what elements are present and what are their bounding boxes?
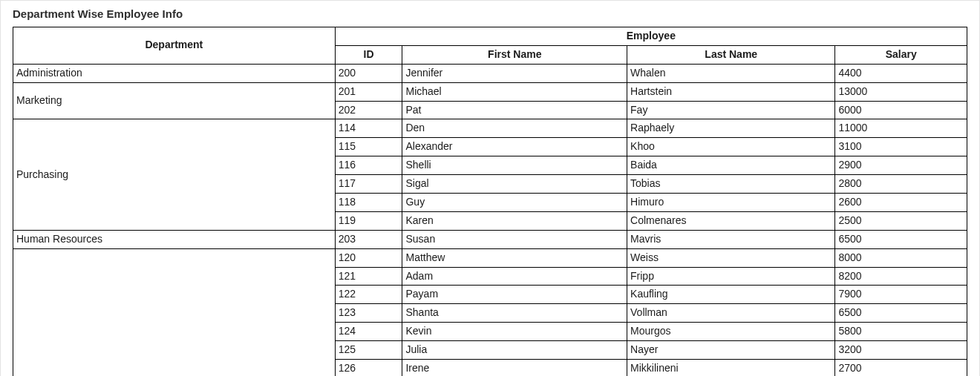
cell-first-name: Shelli [402,156,627,175]
cell-id: 116 [335,156,402,175]
cell-first-name: Jennifer [402,64,627,82]
cell-department: Human Resources [13,230,336,248]
cell-salary: 6500 [835,230,967,248]
cell-department [13,248,336,376]
col-header-first-name: First Name [402,45,627,64]
cell-first-name: Matthew [402,248,627,267]
cell-department: Administration [13,64,336,82]
cell-id: 123 [335,304,402,323]
cell-department: Purchasing [13,119,336,230]
cell-id: 124 [335,323,402,341]
table-row: Human Resources203SusanMavris6500 [13,230,967,248]
cell-salary: 13000 [835,82,967,101]
report-region: Department Wise Employee Info Department… [0,0,980,376]
cell-last-name: Fripp [627,267,835,286]
cell-id: 125 [335,341,402,360]
table-row: 120MatthewWeiss8000 [13,248,967,267]
cell-last-name: Himuro [627,194,835,212]
cell-last-name: Hartstein [627,82,835,101]
cell-first-name: Julia [402,341,627,360]
cell-id: 118 [335,194,402,212]
col-header-salary: Salary [835,45,967,64]
cell-salary: 4400 [835,64,967,82]
cell-first-name: Alexander [402,138,627,156]
cell-id: 114 [335,119,402,138]
cell-last-name: Whalen [627,64,835,82]
cell-id: 203 [335,230,402,248]
cell-last-name: Weiss [627,248,835,267]
cell-id: 117 [335,175,402,194]
cell-salary: 2700 [835,360,967,376]
cell-salary: 7900 [835,286,967,304]
cell-id: 120 [335,248,402,267]
cell-last-name: Tobias [627,175,835,194]
cell-department: Marketing [13,82,336,119]
cell-salary: 3100 [835,138,967,156]
cell-id: 202 [335,101,402,119]
cell-salary: 2900 [835,156,967,175]
cell-last-name: Nayer [627,341,835,360]
cell-first-name: Karen [402,211,627,230]
cell-first-name: Payam [402,286,627,304]
cell-id: 121 [335,267,402,286]
cell-first-name: Michael [402,82,627,101]
cell-first-name: Kevin [402,323,627,341]
cell-salary: 6000 [835,101,967,119]
col-header-department: Department [13,27,336,65]
cell-first-name: Adam [402,267,627,286]
cell-salary: 2800 [835,175,967,194]
table-row: Marketing201MichaelHartstein13000 [13,82,967,101]
cell-id: 126 [335,360,402,376]
cell-last-name: Mourgos [627,323,835,341]
report-title: Department Wise Employee Info [1,1,979,27]
cell-last-name: Khoo [627,138,835,156]
table-body: Administration200JenniferWhalen4400Marke… [13,64,967,376]
cell-salary: 6500 [835,304,967,323]
col-header-last-name: Last Name [627,45,835,64]
cell-last-name: Mavris [627,230,835,248]
cell-last-name: Raphaely [627,119,835,138]
table-container: Department Employee ID First Name Last N… [1,27,979,376]
cell-first-name: Den [402,119,627,138]
cell-first-name: Shanta [402,304,627,323]
cell-id: 201 [335,82,402,101]
col-header-employee: Employee [335,27,967,46]
cell-first-name: Irene [402,360,627,376]
cell-salary: 11000 [835,119,967,138]
cell-first-name: Guy [402,194,627,212]
cell-salary: 8000 [835,248,967,267]
cell-last-name: Colmenares [627,211,835,230]
cell-last-name: Vollman [627,304,835,323]
cell-last-name: Kaufling [627,286,835,304]
cell-salary: 5800 [835,323,967,341]
col-header-id: ID [335,45,402,64]
cell-id: 119 [335,211,402,230]
employee-table: Department Employee ID First Name Last N… [13,27,967,376]
cell-salary: 3200 [835,341,967,360]
cell-first-name: Susan [402,230,627,248]
cell-salary: 2500 [835,211,967,230]
cell-first-name: Sigal [402,175,627,194]
table-row: Administration200JenniferWhalen4400 [13,64,967,82]
cell-id: 200 [335,64,402,82]
cell-last-name: Mikkilineni [627,360,835,376]
table-row: Purchasing114DenRaphaely11000 [13,119,967,138]
cell-id: 115 [335,138,402,156]
cell-id: 122 [335,286,402,304]
cell-salary: 2600 [835,194,967,212]
cell-first-name: Pat [402,101,627,119]
cell-salary: 8200 [835,267,967,286]
cell-last-name: Fay [627,101,835,119]
cell-last-name: Baida [627,156,835,175]
